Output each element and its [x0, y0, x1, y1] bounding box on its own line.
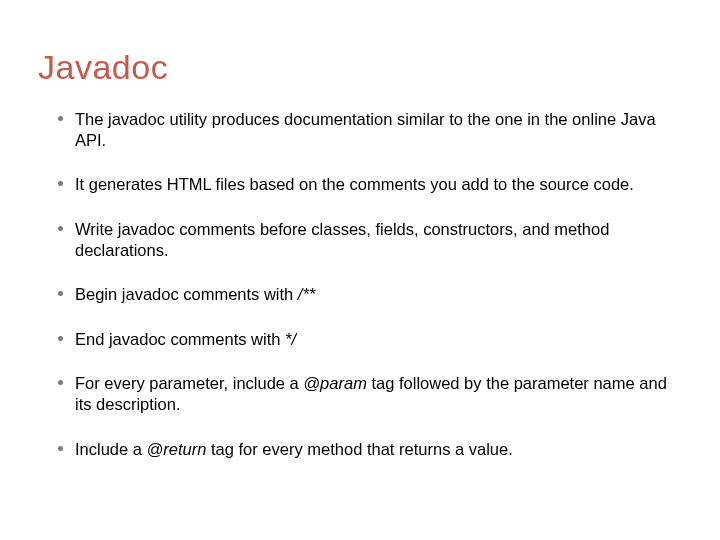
text-segment: It generates HTML files based on the com… — [75, 175, 634, 193]
text-segment: The javadoc utility produces documentati… — [75, 110, 656, 149]
slide-body: The javadoc utility produces documentati… — [0, 87, 720, 459]
bullet-text: Write javadoc comments before classes, f… — [75, 219, 682, 260]
text-segment: End javadoc comments with — [75, 330, 285, 348]
text-italic: @return — [147, 440, 207, 458]
list-item: For every parameter, include a @param ta… — [58, 373, 682, 414]
slide-title: Javadoc — [0, 0, 720, 87]
bullet-text: Begin javadoc comments with /** — [75, 284, 682, 305]
bullet-text: The javadoc utility produces documentati… — [75, 109, 682, 150]
text-segment: Write javadoc comments before classes, f… — [75, 220, 609, 259]
list-item: It generates HTML files based on the com… — [58, 174, 682, 195]
text-italic: @param — [303, 374, 367, 392]
bullet-text: Include a @return tag for every method t… — [75, 439, 682, 460]
text-segment: Begin javadoc comments with — [75, 285, 298, 303]
bullet-text: For every parameter, include a @param ta… — [75, 373, 682, 414]
bullet-text: End javadoc comments with */ — [75, 329, 682, 350]
list-item: The javadoc utility produces documentati… — [58, 109, 682, 150]
list-item: Include a @return tag for every method t… — [58, 439, 682, 460]
bullet-text: It generates HTML files based on the com… — [75, 174, 682, 195]
text-italic: */ — [285, 330, 296, 348]
list-item: Begin javadoc comments with /** — [58, 284, 682, 305]
list-item: Write javadoc comments before classes, f… — [58, 219, 682, 260]
bullet-icon — [58, 116, 63, 121]
bullet-icon — [58, 380, 63, 385]
bullet-icon — [58, 446, 63, 451]
bullet-icon — [58, 336, 63, 341]
bullet-icon — [58, 226, 63, 231]
list-item: End javadoc comments with */ — [58, 329, 682, 350]
text-segment: tag for every method that returns a valu… — [206, 440, 512, 458]
bullet-icon — [58, 181, 63, 186]
bullet-icon — [58, 291, 63, 296]
slide: Javadoc The javadoc utility produces doc… — [0, 0, 720, 540]
text-italic: /** — [298, 285, 315, 303]
text-segment: For every parameter, include a — [75, 374, 303, 392]
text-segment: Include a — [75, 440, 147, 458]
